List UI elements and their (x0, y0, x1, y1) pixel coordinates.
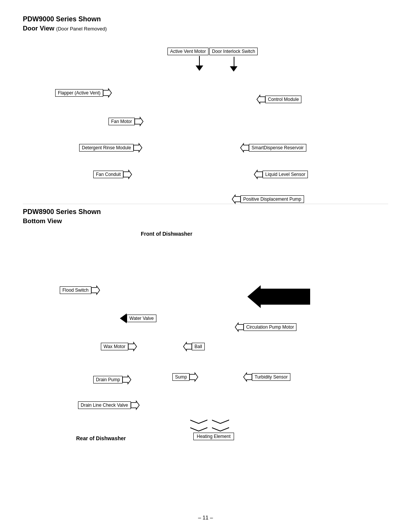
large-solid-arrow (247, 285, 310, 310)
page-number: – 11 – (198, 514, 213, 521)
svg-marker-14 (244, 373, 252, 381)
flapper-active-vent-label: Flapper (Active Vent) (55, 89, 112, 97)
bottom-diagram: Front of Dishwasher Flood Switch (23, 229, 388, 450)
liquid-level-sensor-label: Liquid Level Sensor (254, 170, 308, 180)
svg-marker-10 (128, 342, 137, 351)
rear-of-dishwasher-label: Rear of Dishwasher (76, 435, 126, 441)
top-diagram: Active Vent Motor Door Interlock Switch (23, 36, 388, 200)
pdw9000-section: PDW9000 Series Shown Door View (Door Pan… (23, 15, 388, 200)
detergent-rinse-module-label: Detergent Rinse Module (79, 144, 142, 152)
svg-marker-2 (135, 117, 143, 126)
svg-marker-1 (257, 95, 265, 104)
svg-marker-7 (232, 195, 241, 203)
heating-element-label: Heating Element (193, 433, 234, 440)
drain-pump-label: Drain Pump (93, 375, 131, 384)
svg-marker-11 (183, 342, 192, 351)
svg-marker-6 (254, 170, 263, 179)
door-interlock-switch-label: Door Interlock Switch (209, 48, 258, 55)
flood-switch-label: Flood Switch (60, 286, 100, 294)
turbidity-sensor-label: Turbidity Sensor (244, 373, 290, 383)
wax-motor-label: Wax Motor (101, 342, 137, 351)
smartdispense-reservoir-label: SmartDispense Reservoir (241, 144, 306, 153)
svg-marker-17 (212, 420, 229, 431)
positive-displacement-pump-label: Positive Displacement Pump (232, 195, 304, 205)
water-valve-label: Water Valve (120, 313, 156, 325)
page: PDW9000 Series Shown Door View (Door Pan… (0, 0, 411, 532)
svg-marker-5 (123, 170, 132, 179)
ball-label: Ball (183, 342, 205, 352)
pdw8900-subtitle: Bottom View (23, 217, 388, 225)
fan-conduit-label: Fan Conduit (93, 170, 132, 179)
svg-marker-4 (241, 144, 249, 152)
pdw8900-section: PDW8900 Series Shown Bottom View Front o… (23, 208, 388, 450)
svg-marker-9 (235, 323, 244, 331)
pdw8900-title: PDW8900 Series Shown (23, 208, 388, 216)
svg-marker-15 (131, 401, 139, 409)
svg-marker-12 (123, 375, 131, 384)
svg-marker-16 (190, 420, 207, 431)
svg-marker-8 (91, 286, 100, 294)
front-of-dishwasher-label: Front of Dishwasher (141, 231, 192, 237)
section-divider (23, 204, 388, 204)
pdw9000-subtitle: Door View (Door Panel Removed) (23, 25, 388, 32)
drain-line-check-valve-label: Drain Line Check Valve (78, 401, 139, 409)
fan-motor-label: Fan Motor (108, 117, 143, 126)
control-module-label: Control Module (257, 95, 301, 105)
pdw9000-title: PDW9000 Series Shown (23, 15, 388, 23)
circulation-pump-motor-label: Circulation Pump Motor (235, 323, 296, 333)
svg-marker-13 (190, 373, 198, 381)
svg-marker-3 (134, 144, 142, 152)
sump-label: Sump (172, 373, 198, 381)
active-vent-motor-label: Active Vent Motor (167, 48, 209, 71)
svg-marker-0 (103, 89, 112, 97)
